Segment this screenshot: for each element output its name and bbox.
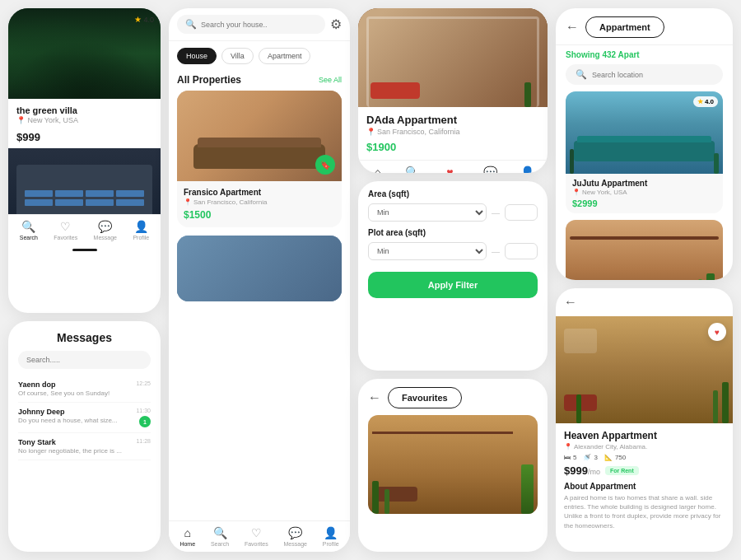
nav-message[interactable]: 💬 Message — [94, 220, 117, 240]
home-price: $999 — [16, 131, 152, 143]
nav-favorites[interactable]: ♡ Favorites — [54, 220, 77, 240]
nav-favorites[interactable]: ♡ Favorites — [245, 526, 268, 547]
heaven-back-button[interactable]: ← — [564, 295, 577, 310]
messages-card: Messages Yaenn dop Of course, See you on… — [8, 321, 161, 552]
nav-profile[interactable]: 👤 Profile — [133, 220, 149, 240]
detail-nav-search[interactable]: 🔍 Search — [403, 166, 421, 173]
detail-nav-favorites[interactable]: ♥ Favorites — [438, 166, 462, 173]
favourites-card: ← Favourites — [358, 379, 548, 552]
area-max-input[interactable] — [505, 204, 538, 221]
heaven-property-name: Heaven Appartment — [564, 430, 725, 441]
apt-showing-text: Showing 432 Apart — [556, 45, 733, 64]
section-title: All Properties — [177, 74, 241, 86]
message-item-yaenn[interactable]: Yaenn dop Of course, See you on Sunday! … — [18, 376, 151, 403]
property-image: 🔖 — [177, 91, 342, 181]
home-card: ★ 4.0 the green villa 📍 New York, USA $9… — [8, 8, 161, 313]
profile-icon: 👤 — [324, 526, 338, 539]
heaven-location: 📍 Alexander City, Alabama. — [564, 443, 725, 450]
bottom-nav-col2: ⌂ Home 🔍 Search ♡ Favorites 💬 Message 👤 … — [169, 520, 350, 552]
chip-villa[interactable]: Villa — [221, 48, 254, 64]
message-sender-name: Yaenn dop — [18, 380, 136, 389]
apartment-item-jujutu[interactable]: ★ 4.0 JuJutu Appartment 📍 New York, USA … — [566, 91, 723, 213]
second-property-image — [8, 148, 161, 214]
messages-title: Messages — [18, 331, 151, 344]
message-item-johnny[interactable]: Johnny Deep Do you need a house, what si… — [18, 403, 151, 433]
spec-baths: 🚿 3 — [583, 454, 597, 461]
plot-max-input[interactable] — [505, 243, 538, 259]
nav-message[interactable]: 💬 Message — [284, 526, 307, 547]
favourites-back-button[interactable]: ← — [368, 390, 381, 405]
chip-apartment[interactable]: Apartment — [259, 48, 311, 64]
plot-min-select[interactable]: Min — [368, 242, 487, 260]
home-location: 📍 New York, USA — [16, 116, 152, 124]
property-card-second[interactable] — [177, 236, 342, 301]
section-header: All Properties See All — [169, 71, 350, 91]
rating-value: 4.0 — [143, 16, 154, 24]
message-item-tony[interactable]: Tony Stark No longer negotiable, the pri… — [18, 433, 151, 460]
location-pin-icon: 📍 — [184, 198, 192, 206]
see-all-link[interactable]: See All — [319, 76, 342, 84]
search-icon: 🔍 — [405, 166, 419, 173]
apply-filter-button[interactable]: Apply Filter — [368, 272, 538, 298]
search-icon: 🔍 — [185, 19, 197, 30]
home-icon: ⌂ — [184, 526, 191, 539]
detail-info: DAda Appartment 📍 San Francisco, Califor… — [358, 107, 548, 160]
search-bar: 🔍 ⚙ — [169, 8, 350, 41]
apt-location-search-input[interactable] — [592, 71, 713, 79]
nav-home[interactable]: ⌂ Home — [179, 526, 195, 547]
property-detail-card: DAda Appartment 📍 San Francisco, Califor… — [358, 8, 548, 173]
messages-search-input[interactable] — [18, 351, 151, 369]
area-min-select[interactable]: Min — [368, 203, 487, 222]
spec-beds: 🛏 5 — [564, 454, 576, 461]
heart-favorite-button[interactable]: ♥ — [708, 323, 726, 341]
apartment-info: JuJutu Appartment 📍 New York, USA $2999 — [566, 174, 723, 213]
spec-area: 📐 750 — [604, 454, 626, 461]
apartment-list-card: ← Appartment Showing 432 Apart 🔍 — [556, 8, 733, 280]
nav-search[interactable]: 🔍 Search — [211, 526, 229, 547]
plot-area-label: Plot area (sqft) — [368, 228, 538, 237]
area-icon: 📐 — [604, 454, 613, 461]
favourites-header: ← Favourites — [358, 379, 548, 415]
heart-active-icon: ♥ — [446, 166, 453, 173]
detail-nav-profile[interactable]: 👤 Profile — [520, 166, 536, 173]
message-preview: Of course, See you on Sunday! — [18, 390, 136, 397]
apt-back-button[interactable]: ← — [566, 20, 579, 35]
chip-house[interactable]: House — [177, 48, 217, 64]
apartment-location: 📍 New York, USA — [572, 189, 716, 196]
range-dash: — — [492, 247, 500, 256]
apt-search-bar[interactable]: 🔍 — [566, 64, 723, 85]
filter-button[interactable]: ⚙ — [330, 16, 342, 32]
unread-badge: 1 — [139, 416, 151, 427]
filter-header: Area (sqft) Min — Plot area (sqft) Min — — [358, 181, 548, 272]
nav-profile[interactable]: 👤 Profile — [323, 526, 339, 547]
search-input-wrap[interactable]: 🔍 — [177, 15, 325, 34]
about-title: About Appartment — [564, 482, 725, 491]
area-label: Area (sqft) — [368, 189, 538, 198]
bookmark-button[interactable]: 🔖 — [315, 155, 335, 175]
property-price: $1500 — [184, 209, 335, 221]
location-pin-icon: 📍 — [564, 443, 572, 450]
apartment-image: ★ 4.0 — [566, 91, 723, 174]
detail-nav-home[interactable]: ⌂ Home — [370, 166, 385, 173]
filter-panel: Area (sqft) Min — Plot area (sqft) Min —… — [358, 181, 548, 371]
property-card-fransico[interactable]: 🔖 Fransico Apartment 📍 San Francisco, Ca… — [177, 91, 342, 227]
location-pin-icon: 📍 — [572, 189, 580, 196]
detail-hero-image — [358, 8, 548, 107]
detail-nav-message[interactable]: 💬 Message — [479, 166, 502, 173]
message-preview: No longer negotiable, the price is ... — [18, 447, 136, 455]
apartment-title-chip: Appartment — [585, 16, 664, 38]
nav-search[interactable]: 🔍 Search — [20, 220, 38, 240]
heaven-apartment-card: ← ♥ Heaven Appartment 📍 Alexander City, … — [556, 288, 733, 552]
message-time: 11:28 — [136, 438, 151, 444]
apartment-item-second[interactable] — [566, 220, 723, 280]
message-sender-name: Tony Stark — [18, 438, 136, 446]
profile-icon: 👤 — [134, 220, 148, 233]
area-range: Min — — [368, 203, 538, 222]
heaven-info: Heaven Appartment 📍 Alexander City, Alab… — [556, 423, 733, 537]
search-house-input[interactable] — [201, 21, 317, 29]
heart-icon: ♡ — [251, 526, 262, 539]
message-icon: 💬 — [483, 166, 497, 173]
for-rent-badge: For Rent — [605, 466, 639, 475]
message-preview: Do you need a house, what size... — [18, 417, 136, 424]
detail-bottom-nav: ⌂ Home 🔍 Search ♥ Favorites 💬 Message 👤 … — [358, 160, 548, 173]
